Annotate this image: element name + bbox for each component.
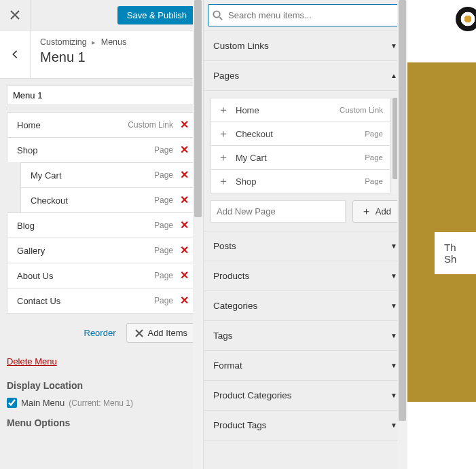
- available-items-panel: Custom Links ▼ Pages ▲ ＋Home Custom Link…: [204, 0, 407, 469]
- menu-item-type: Page: [154, 246, 173, 255]
- plus-icon: ＋: [218, 152, 229, 163]
- menu-item-label: Contact Us: [17, 296, 60, 306]
- chevron-down-icon: ▼: [390, 362, 397, 369]
- section-label: Posts: [213, 241, 236, 251]
- preview-header: [407, 0, 476, 62]
- available-item[interactable]: ＋Shop Page: [210, 169, 390, 193]
- available-item[interactable]: ＋Checkout Page: [210, 121, 390, 145]
- preview-text: Sh: [444, 253, 476, 265]
- section-format[interactable]: Format ▼: [204, 351, 407, 381]
- scrollbar-thumb[interactable]: [399, 0, 406, 421]
- remove-icon[interactable]: ✕: [180, 145, 189, 155]
- section-label: Pages: [213, 71, 239, 81]
- scrollbar-thumb[interactable]: [194, 0, 202, 217]
- page-list: ＋Home Custom Link ＋Checkout Page ＋My Car…: [210, 98, 400, 193]
- available-item[interactable]: ＋My Cart Page: [210, 145, 390, 169]
- add-items-button[interactable]: Add Items: [126, 323, 196, 343]
- menu-item-list: Home Custom Link✕ Shop Page✕ My Cart Pag…: [7, 112, 196, 314]
- remove-icon[interactable]: ✕: [180, 170, 189, 181]
- remove-icon[interactable]: ✕: [180, 270, 189, 281]
- menu-item[interactable]: Shop Page✕: [7, 137, 196, 162]
- scrollbar[interactable]: [397, 0, 407, 469]
- back-button[interactable]: [0, 31, 31, 78]
- display-location-heading: Display Location: [7, 380, 196, 391]
- menu-item[interactable]: About Us Page✕: [7, 263, 196, 288]
- menu-item[interactable]: Home Custom Link✕: [7, 112, 196, 137]
- add-items-label: Add Items: [147, 328, 187, 338]
- section-tags[interactable]: Tags ▼: [204, 321, 407, 351]
- menu-item-label: Checkout: [31, 195, 68, 206]
- main-menu-checkbox-row[interactable]: Main Menu (Current: Menu 1): [7, 398, 196, 408]
- panel-content: Home Custom Link✕ Shop Page✕ My Cart Pag…: [0, 79, 203, 469]
- chevron-down-icon: ▼: [390, 302, 397, 309]
- breadcrumb-parent: Customizing: [40, 37, 87, 47]
- section-product-tags[interactable]: Product Tags ▼: [204, 411, 407, 440]
- available-item-label: My Cart: [236, 153, 267, 163]
- section-custom-links[interactable]: Custom Links ▼: [204, 31, 407, 61]
- section-label: Format: [213, 360, 242, 371]
- available-item-type: Custom Link: [340, 106, 383, 114]
- menu-item-type: Page: [154, 195, 173, 205]
- menu-item[interactable]: My Cart Page✕: [20, 162, 196, 187]
- close-icon: [10, 10, 20, 20]
- breadcrumb-row: Customizing ▸ Menus Menu 1: [0, 31, 203, 79]
- accordion: Custom Links ▼ Pages ▲ ＋Home Custom Link…: [204, 31, 407, 440]
- section-pages-body: ＋Home Custom Link ＋Checkout Page ＋My Car…: [204, 91, 407, 231]
- remove-icon[interactable]: ✕: [180, 195, 189, 206]
- search-wrap: [204, 0, 407, 31]
- scrollbar[interactable]: [193, 0, 203, 469]
- section-label: Categories: [213, 301, 257, 311]
- logo-icon: [456, 7, 476, 31]
- preview-text: Th: [444, 242, 476, 253]
- preview-content-box: Th Sh: [435, 232, 476, 274]
- remove-icon[interactable]: ✕: [180, 220, 189, 231]
- remove-icon[interactable]: ✕: [180, 119, 189, 130]
- section-label: Tags: [213, 331, 233, 341]
- available-item-label: Checkout: [236, 129, 273, 139]
- chevron-right-icon: ▸: [92, 38, 96, 46]
- menu-item[interactable]: Gallery Page✕: [7, 238, 196, 263]
- main-menu-current: (Current: Menu 1): [69, 398, 133, 408]
- close-button[interactable]: [0, 0, 31, 31]
- menu-item-label: Gallery: [17, 246, 45, 256]
- preview-footer: [407, 402, 476, 469]
- section-posts[interactable]: Posts ▼: [204, 231, 407, 261]
- main-menu-checkbox[interactable]: [7, 398, 17, 408]
- remove-icon[interactable]: ✕: [180, 295, 189, 306]
- menu-item-label: Home: [17, 120, 41, 130]
- preview-body: Th Sh: [407, 62, 476, 402]
- menu-item-type: Page: [154, 170, 173, 180]
- menu-item-type: Page: [154, 145, 173, 155]
- menu-name-input[interactable]: [7, 86, 196, 105]
- available-item-label: Home: [236, 105, 259, 115]
- add-new-page-row: ＋ Add: [210, 200, 400, 223]
- main-menu-label: Main Menu: [21, 398, 65, 408]
- menu-item[interactable]: Checkout Page✕: [20, 187, 196, 212]
- available-item[interactable]: ＋Home Custom Link: [210, 98, 390, 121]
- remove-icon[interactable]: ✕: [180, 245, 189, 256]
- section-product-categories[interactable]: Product Categories ▼: [204, 381, 407, 411]
- menu-item-label: My Cart: [31, 170, 62, 181]
- menu-item-label: Blog: [17, 221, 35, 231]
- reorder-link[interactable]: Reorder: [84, 328, 116, 338]
- page-title: Menu 1: [40, 50, 126, 65]
- section-categories[interactable]: Categories ▼: [204, 291, 407, 321]
- section-pages[interactable]: Pages ▲: [204, 61, 407, 91]
- search-icon: [213, 10, 223, 20]
- search-input[interactable]: [225, 7, 398, 23]
- plus-icon: ＋: [218, 128, 229, 139]
- save-publish-button[interactable]: Save & Publish: [117, 6, 196, 24]
- chevron-down-icon: ▼: [390, 392, 397, 399]
- topbar: Save & Publish: [0, 0, 203, 31]
- section-label: Custom Links: [213, 41, 269, 51]
- add-new-page-button[interactable]: ＋ Add: [352, 200, 400, 223]
- add-new-page-input[interactable]: [210, 200, 346, 223]
- menu-item[interactable]: Contact Us Page✕: [7, 288, 196, 314]
- menu-item-label: About Us: [17, 271, 53, 281]
- available-item-type: Page: [365, 130, 383, 138]
- menu-options-heading: Menu Options: [7, 417, 196, 428]
- section-products[interactable]: Products ▼: [204, 261, 407, 291]
- menu-item[interactable]: Blog Page✕: [7, 212, 196, 238]
- search-box[interactable]: [208, 4, 403, 26]
- delete-menu-link[interactable]: Delete Menu: [7, 356, 57, 367]
